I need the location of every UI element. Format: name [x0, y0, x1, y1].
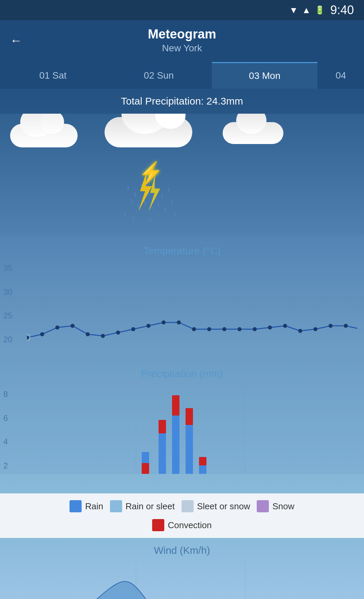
svg-point-14 [174, 212, 176, 217]
svg-point-13 [171, 199, 173, 204]
legend-sleet-snow-label: Sleet or snow [197, 501, 250, 512]
chart-legend: Rain Rain or sleet Sleet or snow Snow Co… [0, 493, 364, 538]
battery-icon: 🔋 [315, 5, 325, 15]
y-label-35: 35 [3, 263, 12, 273]
svg-point-25 [27, 336, 29, 340]
svg-point-15 [124, 212, 126, 217]
svg-point-0 [127, 186, 129, 190]
svg-point-41 [268, 325, 272, 330]
cloud-3 [223, 122, 283, 144]
svg-point-32 [131, 327, 135, 331]
temp-y-axis: 35 30 25 20 [3, 263, 12, 344]
legend-rain: Rain [69, 500, 103, 512]
total-precip-header: Total Precipitation: 24.3mm [0, 89, 364, 114]
legend-snow-color [257, 500, 269, 512]
svg-point-28 [71, 324, 75, 328]
wind-chart-svg [27, 563, 357, 599]
precip-chart-svg [27, 386, 357, 474]
legend-snow: Snow [257, 500, 294, 512]
legend-rain-sleet-color [110, 500, 122, 512]
svg-point-1 [134, 192, 136, 197]
temperature-title: Temperature (°C) [0, 238, 364, 263]
svg-point-12 [164, 207, 166, 212]
signal-icon: ▲ [302, 5, 311, 16]
svg-point-11 [158, 202, 160, 207]
back-button[interactable]: ← [10, 33, 22, 48]
cloud-1 [10, 124, 78, 147]
legend-row-2: Convection [10, 519, 354, 531]
svg-point-7 [131, 199, 133, 204]
svg-point-8 [137, 204, 139, 209]
svg-point-44 [313, 327, 317, 331]
legend-rain-sleet-label: Rain or sleet [125, 501, 175, 512]
svg-point-34 [162, 320, 166, 324]
precipitation-title: Precipitation (mm) [0, 361, 364, 386]
rain-svg [118, 168, 186, 228]
bar-convection-4 [186, 408, 193, 425]
main-content: Total Precipitation: 24.3mm ⚡ [0, 89, 364, 493]
svg-point-30 [101, 334, 105, 338]
app-header: ← Meteogram New York [0, 20, 364, 62]
svg-point-6 [168, 187, 170, 192]
day-tabs: 01 Sat 02 Sun 03 Mon 04 [0, 62, 364, 89]
weather-visual: ⚡ [0, 114, 364, 235]
bar-convection-5 [199, 457, 206, 465]
svg-point-9 [144, 200, 146, 206]
app-title: Meteogram [10, 27, 354, 41]
svg-point-27 [55, 325, 59, 330]
legend-convection-label: Convection [168, 520, 212, 531]
temperature-section: Temperature (°C) 35 30 25 20 [0, 235, 364, 358]
precip-y-axis: 8 6 4 2 [3, 386, 8, 474]
location-subtitle: New York [10, 43, 354, 54]
svg-point-17 [149, 218, 151, 222]
tab-04[interactable]: 04 [317, 62, 364, 89]
legend-rain-color [69, 500, 82, 512]
y-label-8: 8 [3, 386, 8, 399]
svg-point-26 [40, 332, 44, 336]
svg-point-29 [86, 332, 90, 336]
svg-point-46 [344, 324, 348, 328]
legend-rain-label: Rain [85, 501, 103, 512]
svg-point-36 [192, 327, 196, 331]
tab-03mon[interactable]: 03 Mon [212, 62, 318, 89]
wind-chart-container: 24 [27, 563, 357, 599]
legend-sleet-snow: Sleet or snow [181, 500, 250, 512]
y-label-30: 30 [3, 287, 12, 297]
svg-point-38 [222, 327, 226, 331]
y-label-6: 6 [3, 413, 8, 423]
svg-point-31 [116, 331, 120, 335]
svg-point-45 [329, 324, 333, 328]
wifi-icon: ▼ [289, 5, 298, 16]
y-label-25: 25 [3, 311, 12, 320]
y-label-4: 4 [3, 437, 8, 447]
temp-chart-svg [27, 263, 357, 351]
svg-point-35 [177, 320, 181, 324]
svg-point-42 [283, 324, 287, 328]
tab-02sun[interactable]: 02 Sun [106, 62, 212, 89]
wind-section: Wind (Km/h) 24 [0, 538, 364, 599]
precipitation-section: Precipitation (mm) 8 6 4 2 [0, 358, 364, 474]
svg-point-39 [237, 327, 242, 331]
storm-area: ⚡ [118, 154, 186, 228]
svg-point-37 [207, 327, 211, 331]
svg-point-40 [253, 327, 257, 331]
legend-rain-sleet: Rain or sleet [110, 500, 175, 512]
cloud-2 [105, 117, 192, 147]
header-text: Meteogram New York [10, 27, 354, 54]
legend-convection: Convection [152, 519, 212, 531]
status-icons: ▼ ▲ 🔋 [289, 5, 325, 16]
tab-01sat[interactable]: 01 Sat [0, 62, 106, 89]
svg-point-5 [161, 194, 163, 199]
legend-convection-color [152, 519, 164, 531]
svg-point-16 [132, 216, 135, 221]
legend-snow-label: Snow [272, 501, 294, 512]
y-label-20: 20 [3, 335, 12, 344]
svg-point-33 [146, 324, 150, 328]
status-bar: ▼ ▲ 🔋 9:40 [0, 0, 364, 20]
bar-convection-1 [142, 463, 149, 474]
bar-convection-2 [159, 420, 166, 433]
wind-title: Wind (Km/h) [0, 538, 364, 563]
legend-sleet-snow-color [181, 500, 194, 512]
svg-point-43 [298, 329, 302, 333]
temp-chart-container: 35 30 25 20 [27, 263, 357, 351]
